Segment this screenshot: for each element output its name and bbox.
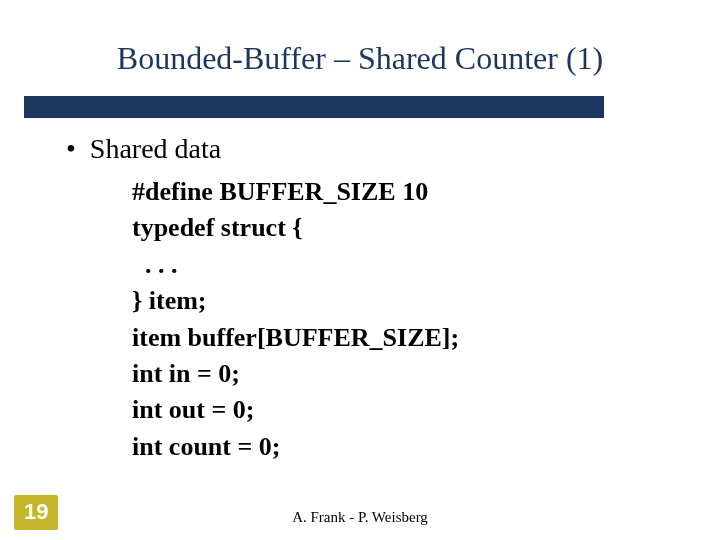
code-line: typedef struct { [132, 213, 303, 242]
slide: Bounded-Buffer – Shared Counter (1) • Sh… [0, 0, 720, 540]
slide-title: Bounded-Buffer – Shared Counter (1) [0, 40, 720, 77]
code-line: } item; [132, 286, 206, 315]
code-line: int out = 0; [132, 395, 254, 424]
bullet-dot-icon: • [66, 135, 76, 163]
code-line: int in = 0; [132, 359, 240, 388]
code-line: . . . [132, 250, 178, 279]
code-block: #define BUFFER_SIZE 10 typedef struct { … [132, 174, 459, 465]
bullet-text: Shared data [90, 133, 221, 165]
footer-text: A. Frank - P. Weisberg [0, 509, 720, 526]
bullet-item: • Shared data [66, 133, 221, 165]
title-divider [24, 96, 604, 118]
code-line: item buffer[BUFFER_SIZE]; [132, 323, 459, 352]
code-line: #define BUFFER_SIZE 10 [132, 177, 428, 206]
code-line: int count = 0; [132, 432, 280, 461]
